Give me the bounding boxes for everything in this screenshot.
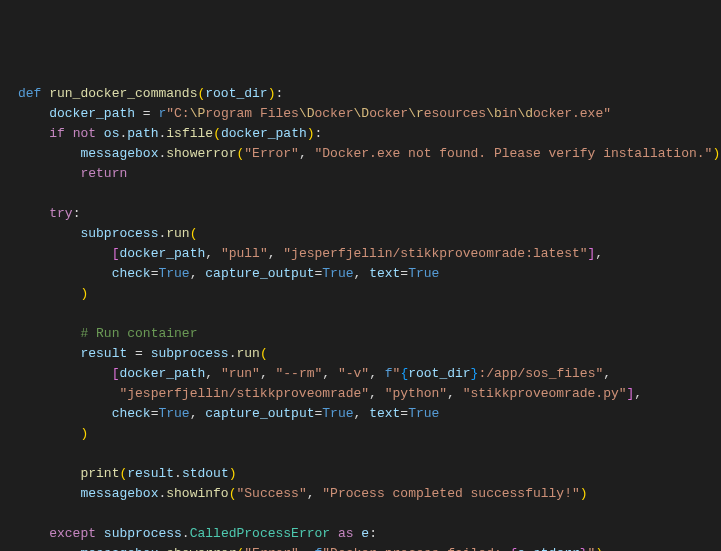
- code-line: messagebox.showerror("Error", "Docker.ex…: [18, 146, 720, 161]
- code-editor[interactable]: def run_docker_commands(root_dir): docke…: [18, 84, 721, 551]
- code-line: print(result.stdout): [18, 466, 237, 481]
- code-line: [docker_path, "run", "--rm", "-v", f"{ro…: [18, 366, 611, 381]
- code-line: docker_path = r"C:\Program Files\Docker\…: [18, 106, 611, 121]
- code-line: ): [18, 286, 88, 301]
- code-line: messagebox.showerror("Error", f"Docker p…: [18, 546, 603, 551]
- code-line: "jesperfjellin/stikkproveomrade", "pytho…: [18, 386, 642, 401]
- code-line: def run_docker_commands(root_dir):: [18, 86, 283, 101]
- code-line: # Run container: [18, 326, 197, 341]
- code-line: subprocess.run(: [18, 226, 197, 241]
- code-line: check=True, capture_output=True, text=Tr…: [18, 266, 439, 281]
- code-line: try:: [18, 206, 80, 221]
- code-line: ): [18, 426, 88, 441]
- code-line: except subprocess.CalledProcessError as …: [18, 526, 377, 541]
- code-line: check=True, capture_output=True, text=Tr…: [18, 406, 439, 421]
- code-line: messagebox.showinfo("Success", "Process …: [18, 486, 588, 501]
- code-line: [docker_path, "pull", "jesperfjellin/sti…: [18, 246, 603, 261]
- code-line: if not os.path.isfile(docker_path):: [18, 126, 322, 141]
- code-line: result = subprocess.run(: [18, 346, 268, 361]
- code-line: return: [18, 166, 127, 181]
